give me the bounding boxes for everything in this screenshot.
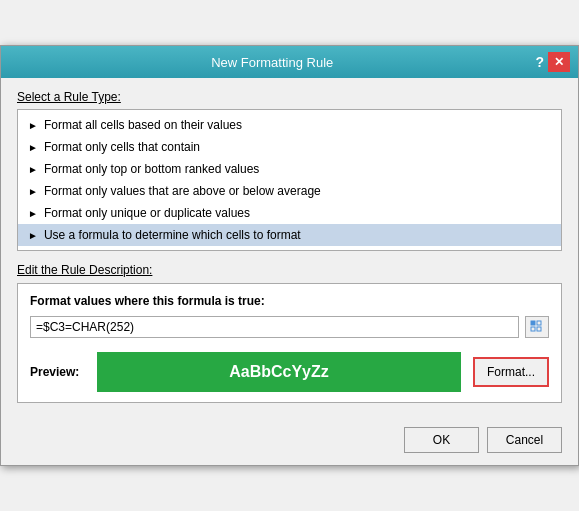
new-formatting-rule-dialog: New Formatting Rule ? ✕ Select a Rule Ty… <box>0 45 579 466</box>
formula-row <box>30 316 549 338</box>
arrow-icon-3: ► <box>28 186 38 197</box>
edit-box: Format values where this formula is true… <box>17 283 562 403</box>
arrow-icon-2: ► <box>28 164 38 175</box>
title-bar: New Formatting Rule ? ✕ <box>1 46 578 78</box>
svg-rect-1 <box>537 321 541 325</box>
help-icon[interactable]: ? <box>535 54 544 70</box>
bottom-buttons: OK Cancel <box>1 417 578 465</box>
svg-rect-3 <box>537 327 541 331</box>
ok-button[interactable]: OK <box>404 427 479 453</box>
rule-item-4[interactable]: ► Format only unique or duplicate values <box>18 202 561 224</box>
cancel-button[interactable]: Cancel <box>487 427 562 453</box>
rule-item-3[interactable]: ► Format only values that are above or b… <box>18 180 561 202</box>
rule-type-label: Select a Rule Type: <box>17 90 562 104</box>
preview-box: AaBbCcYyZz <box>97 352 461 392</box>
preview-row: Preview: AaBbCcYyZz Format... <box>30 352 549 392</box>
rule-item-2[interactable]: ► Format only top or bottom ranked value… <box>18 158 561 180</box>
rule-item-0[interactable]: ► Format all cells based on their values <box>18 114 561 136</box>
rule-item-label-1: Format only cells that contain <box>44 140 200 154</box>
formula-label: Format values where this formula is true… <box>30 294 549 308</box>
rule-item-1[interactable]: ► Format only cells that contain <box>18 136 561 158</box>
rule-item-label-4: Format only unique or duplicate values <box>44 206 250 220</box>
svg-rect-2 <box>531 327 535 331</box>
arrow-icon-4: ► <box>28 208 38 219</box>
format-button[interactable]: Format... <box>473 357 549 387</box>
formula-input[interactable] <box>30 316 519 338</box>
edit-section-label: Edit the Rule Description: <box>17 263 562 277</box>
dialog-content: Select a Rule Type: ► Format all cells b… <box>1 78 578 417</box>
arrow-icon-5: ► <box>28 230 38 241</box>
formula-grid-button[interactable] <box>525 316 549 338</box>
rule-item-label-5: Use a formula to determine which cells t… <box>44 228 301 242</box>
title-bar-controls: ? ✕ <box>535 52 570 72</box>
preview-text: AaBbCcYyZz <box>229 363 329 381</box>
arrow-icon-1: ► <box>28 142 38 153</box>
grid-icon <box>530 320 544 334</box>
dialog-title: New Formatting Rule <box>9 55 535 70</box>
arrow-icon-0: ► <box>28 120 38 131</box>
rule-type-list: ► Format all cells based on their values… <box>17 109 562 251</box>
svg-rect-0 <box>531 321 535 325</box>
rule-item-label-2: Format only top or bottom ranked values <box>44 162 259 176</box>
rule-item-5[interactable]: ► Use a formula to determine which cells… <box>18 224 561 246</box>
close-button[interactable]: ✕ <box>548 52 570 72</box>
rule-item-label-0: Format all cells based on their values <box>44 118 242 132</box>
rule-item-label-3: Format only values that are above or bel… <box>44 184 321 198</box>
preview-label: Preview: <box>30 365 85 379</box>
